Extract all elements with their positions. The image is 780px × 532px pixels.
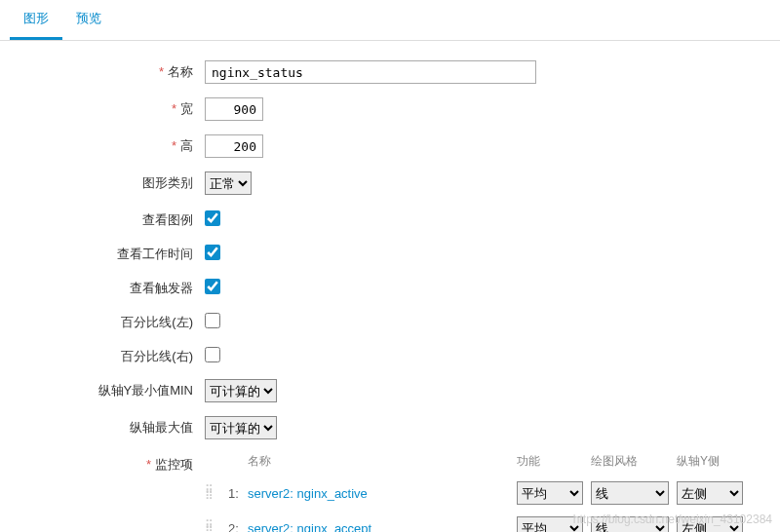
- monitor-header-side: 纵轴Y侧: [677, 453, 751, 470]
- label-percent-left: 百分比线(左): [20, 311, 205, 331]
- drag-handle-icon[interactable]: ⠿⠿: [205, 522, 228, 532]
- yaxis-min-select[interactable]: 可计算的: [205, 379, 277, 402]
- label-show-triggers: 查看触发器: [20, 277, 205, 297]
- label-show-legend: 查看图例: [20, 209, 205, 229]
- percent-right-checkbox[interactable]: [205, 347, 220, 362]
- percent-left-checkbox[interactable]: [205, 313, 220, 328]
- tabs: 图形 预览: [0, 0, 780, 41]
- label-yaxis-min: 纵轴Y最小值MIN: [20, 379, 205, 399]
- side-select[interactable]: 左侧: [677, 481, 743, 505]
- func-select[interactable]: 平均: [517, 481, 583, 505]
- row-index: 1:: [228, 486, 248, 501]
- label-monitor-items: *监控项: [20, 453, 205, 474]
- monitor-header-style: 绘图风格: [591, 453, 677, 470]
- row-index: 2:: [228, 521, 248, 533]
- monitor-header-name: 名称: [248, 453, 517, 470]
- label-width: *宽: [20, 97, 205, 118]
- monitor-item-link[interactable]: server2: nginx_accept: [248, 521, 517, 533]
- name-input[interactable]: [205, 60, 536, 84]
- monitor-header-func: 功能: [517, 453, 591, 470]
- yaxis-max-select[interactable]: 可计算的: [205, 416, 277, 439]
- drag-handle-icon[interactable]: ⠿⠿: [205, 487, 228, 499]
- show-worktime-checkbox[interactable]: [205, 245, 220, 260]
- label-yaxis-max: 纵轴最大值: [20, 416, 205, 437]
- tab-graph[interactable]: 图形: [10, 0, 62, 40]
- style-select[interactable]: 线: [591, 481, 669, 505]
- show-triggers-checkbox[interactable]: [205, 279, 220, 294]
- label-name: *名称: [20, 60, 205, 81]
- label-height: *高: [20, 134, 205, 155]
- graph-type-select[interactable]: 正常: [205, 171, 252, 195]
- height-input[interactable]: [205, 134, 263, 158]
- show-legend-checkbox[interactable]: [205, 210, 220, 226]
- table-row: ⠿⠿ 1: server2: nginx_active 平均 线 左侧: [205, 475, 751, 511]
- label-show-worktime: 查看工作时间: [20, 243, 205, 263]
- monitor-item-link[interactable]: server2: nginx_active: [248, 486, 517, 501]
- label-graph-type: 图形类别: [20, 171, 205, 192]
- monitor-header: 名称 功能 绘图风格 纵轴Y侧: [205, 453, 751, 475]
- tab-preview[interactable]: 预览: [62, 0, 115, 40]
- watermark: https://blog.csdn.net/weixin_43102384: [573, 513, 772, 526]
- width-input[interactable]: [205, 97, 263, 121]
- label-percent-right: 百分比线(右): [20, 345, 205, 365]
- form: *名称 *宽 *高 图形类别 正常 查看图例 查看工作时间 查看触发器 百分比线…: [0, 41, 780, 532]
